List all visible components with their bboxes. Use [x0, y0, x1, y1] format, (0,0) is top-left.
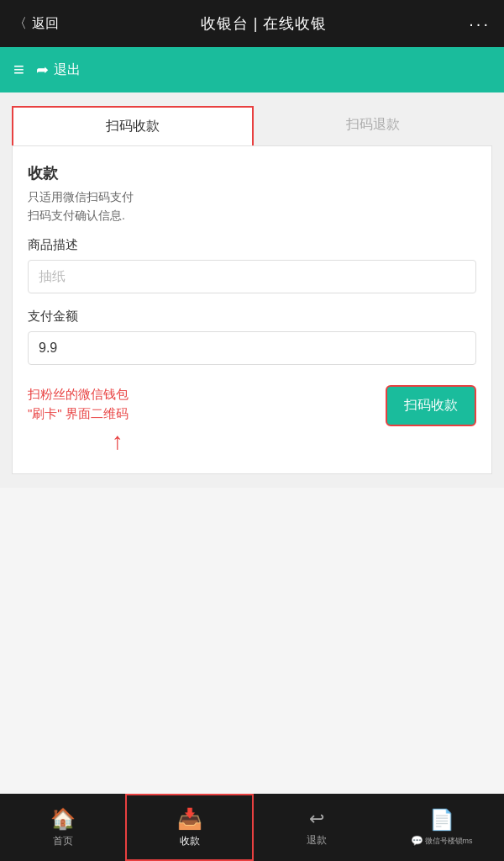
- back-icon: 〈: [13, 15, 27, 33]
- nav-home[interactable]: 🏠 首页: [0, 794, 125, 861]
- arrow-up-icon: ↑: [112, 430, 123, 453]
- top-navigation-bar: 〈 返回 收银台 | 在线收银 ···: [0, 0, 504, 47]
- scan-collect-button[interactable]: 扫码收款: [386, 385, 476, 426]
- home-icon: 🏠: [50, 807, 76, 831]
- watermark-label: 微信号楼锁ms: [425, 836, 473, 847]
- action-row: 扫粉丝的微信钱包 "刷卡" 界面二维码 扫码收款: [28, 385, 476, 426]
- teal-header-bar: ≡ ➦ 退出: [0, 47, 504, 92]
- product-input[interactable]: [28, 260, 476, 293]
- nav-home-label: 首页: [53, 834, 73, 848]
- tab-scan-collect[interactable]: 扫码收款: [12, 106, 254, 145]
- card-section-title: 收款: [28, 163, 476, 183]
- product-label: 商品描述: [28, 237, 476, 253]
- nav-doc[interactable]: 📄 💬 微信号楼锁ms: [379, 794, 504, 861]
- bottom-navigation: 🏠 首页 📥 收款 ↩ 退款 📄 💬 微信号楼锁ms: [0, 794, 504, 861]
- collect-icon: 📥: [177, 807, 202, 831]
- tab-bar: 扫码收款 扫码退款: [12, 106, 492, 145]
- doc-icon: 📄: [429, 808, 454, 832]
- more-options-button[interactable]: ···: [469, 14, 491, 34]
- amount-label: 支付金额: [28, 309, 476, 325]
- refund-icon: ↩: [309, 808, 324, 830]
- card-desc2: 扫码支付确认信息.: [28, 209, 476, 224]
- payment-card: 收款 只适用微信扫码支付 扫码支付确认信息. 商品描述 支付金额 扫粉丝的微信钱…: [12, 145, 492, 474]
- logout-label: 退出: [54, 61, 81, 79]
- annotation-text: 扫粉丝的微信钱包 "刷卡" 界面二维码: [28, 385, 386, 423]
- logout-arrow-icon: ➦: [36, 61, 49, 79]
- menu-icon[interactable]: ≡: [13, 59, 24, 81]
- logout-button[interactable]: ➦ 退出: [36, 61, 81, 79]
- page-title: 收银台 | 在线收银: [201, 13, 328, 34]
- tab-scan-refund[interactable]: 扫码退款: [254, 106, 492, 145]
- nav-collect-label: 收款: [180, 834, 200, 848]
- amount-input[interactable]: [28, 331, 476, 365]
- back-label: 返回: [32, 15, 59, 33]
- back-button[interactable]: 〈 返回: [13, 15, 59, 33]
- arrow-annotation: ↑: [28, 430, 476, 453]
- nav-refund-label: 退款: [307, 833, 327, 848]
- nav-refund[interactable]: ↩ 退款: [254, 794, 379, 861]
- card-desc1: 只适用微信扫码支付: [28, 190, 476, 205]
- main-content: 扫码收款 扫码退款 收款 只适用微信扫码支付 扫码支付确认信息. 商品描述 支付…: [0, 92, 504, 488]
- nav-collect[interactable]: 📥 收款: [125, 794, 254, 861]
- wechat-icon: 💬: [411, 835, 423, 847]
- wechat-watermark: 💬 微信号楼锁ms: [411, 835, 473, 847]
